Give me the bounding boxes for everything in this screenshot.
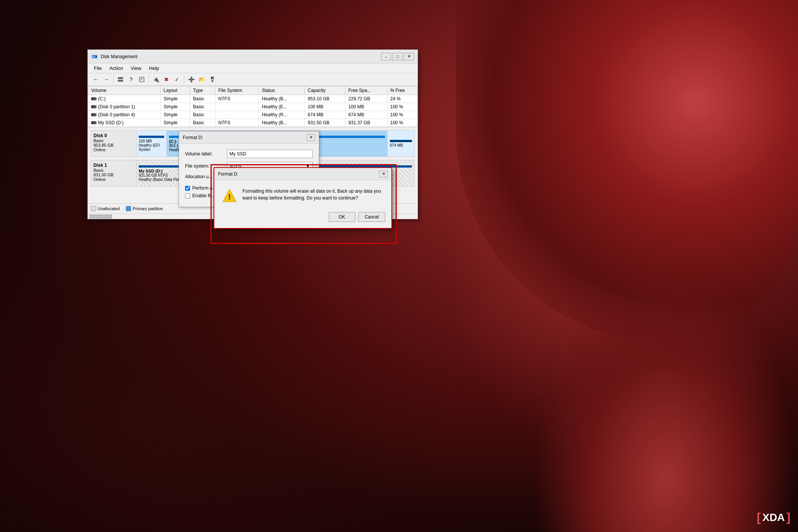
col-layout: Layout <box>160 86 190 95</box>
toolbar-sep-1 <box>113 76 114 83</box>
confirm-buttons: OK Cancel <box>214 209 391 228</box>
svg-rect-3 <box>118 77 123 79</box>
recovery-bar <box>390 140 412 142</box>
ok-button[interactable]: OK <box>329 212 355 222</box>
disk0-type: Basic <box>93 138 134 143</box>
toolbar: ← → ? 🔌 ✖ ✓ ➕ 📂 ⚧ <box>88 73 418 86</box>
forward-button[interactable]: → <box>101 75 111 84</box>
cancel-button[interactable]: Cancel <box>358 212 385 222</box>
legend-primary: Primary partition <box>126 206 163 211</box>
settings-button[interactable]: ⚧ <box>207 75 217 84</box>
col-status: Status <box>259 86 304 95</box>
connect-button[interactable]: 🔌 <box>151 75 161 84</box>
toolbar-sep-2 <box>149 76 149 83</box>
format-bg-close[interactable]: ✕ <box>307 134 315 141</box>
disk0-status: Online <box>93 147 134 152</box>
volume-label-input[interactable]: My SSD <box>227 150 313 158</box>
legend-primary-label: Primary partition <box>133 206 163 211</box>
format-bg-titlebar: Format D: ✕ <box>179 131 319 144</box>
format-confirm-title: Format D: <box>218 171 238 177</box>
menu-bar: File Action View Help <box>88 63 418 73</box>
menu-file[interactable]: File <box>91 64 105 72</box>
col-type: Type <box>190 86 215 95</box>
close-button[interactable]: ✕ <box>404 53 414 60</box>
refresh-button[interactable]: ✓ <box>172 75 182 84</box>
format-confirm-close[interactable]: ✕ <box>379 171 388 177</box>
perform-quick-checkbox[interactable] <box>185 186 190 191</box>
warning-icon: ! <box>222 188 237 203</box>
disk0-partition-recovery[interactable]: 674 MB <box>388 131 414 157</box>
col-pct-free: % Free <box>387 86 417 95</box>
xda-text: XDA <box>762 511 785 524</box>
disk-mgmt-titlebar: Disk Management – □ ✕ <box>88 50 418 63</box>
anime-character <box>456 0 798 532</box>
bracket-right: ] <box>786 510 790 524</box>
table-row[interactable]: (C:)SimpleBasicNTFSHealthy (B...953.10 G… <box>88 95 418 103</box>
menu-action[interactable]: Action <box>106 64 126 72</box>
svg-point-1 <box>95 56 97 57</box>
col-capacity: Capacity <box>304 86 345 95</box>
help-button[interactable]: ? <box>126 75 136 84</box>
efi-status: Healthy (EFI Systen <box>139 143 164 152</box>
disk0-size: 953.85 GB <box>93 143 134 147</box>
volume-table-container: Volume Layout Type File System Status Ca… <box>88 86 418 127</box>
format-confirm-dialog: Format D: ✕ ! Formatting this volume wil… <box>214 167 392 229</box>
disk1-size: 931.50 GB <box>93 173 134 177</box>
minimize-button[interactable]: – <box>381 53 391 60</box>
delete-button[interactable]: ✖ <box>162 75 171 84</box>
svg-rect-4 <box>118 80 123 82</box>
window-controls: – □ ✕ <box>381 53 414 60</box>
recovery-size: 674 MB <box>390 143 412 147</box>
back-button[interactable]: ← <box>91 75 101 84</box>
format-bg-title: Format D: <box>183 135 203 140</box>
confirm-body: ! Formatting this volume will erase all … <box>214 180 391 209</box>
enable-compression-checkbox[interactable] <box>185 193 190 198</box>
efi-size: 100 MB <box>139 139 164 143</box>
scrollbar-thumb[interactable] <box>89 215 112 218</box>
col-volume: Volume <box>88 86 161 95</box>
disk1-type: Basic <box>93 168 134 173</box>
col-fs: File System <box>215 86 259 95</box>
volume-label-field: Volume label: My SSD <box>185 150 313 158</box>
disk1-label: Disk 1 Basic 931.50 GB Online <box>91 160 136 187</box>
disk-mgmt-title: Disk Management <box>101 54 138 59</box>
legend-unallocated-color <box>91 206 96 211</box>
toolbar-sep-3 <box>184 76 184 83</box>
col-free: Free Spa... <box>345 86 387 95</box>
format-confirm-titlebar: Format D: ✕ <box>214 168 391 180</box>
disk1-name: Disk 1 <box>93 163 134 168</box>
svg-rect-2 <box>92 56 95 57</box>
add-button[interactable]: ➕ <box>186 75 196 84</box>
import-button[interactable]: 📂 <box>197 75 207 84</box>
menu-view[interactable]: View <box>128 64 144 72</box>
volume-table: Volume Layout Type File System Status Ca… <box>88 86 418 127</box>
efi-bar <box>139 136 164 138</box>
xda-logo: [ XDA ] <box>757 510 790 524</box>
disk1-status: Online <box>93 177 134 182</box>
confirm-message: Formatting this volume will erase all da… <box>242 188 384 201</box>
legend-unallocated: Unallocated <box>91 206 120 211</box>
bracket-left: [ <box>757 510 761 524</box>
properties-button[interactable] <box>137 75 147 84</box>
disk-view-button[interactable] <box>116 75 125 84</box>
volume-label-label: Volume label: <box>185 151 227 157</box>
disk0-partition-efi[interactable]: 100 MB Healthy (EFI Systen <box>136 131 167 157</box>
svg-text:!: ! <box>228 192 231 202</box>
enable-compression-label: Enable fil... <box>192 193 215 198</box>
table-row[interactable]: My SSD (D:)SimpleBasicNTFSHealthy (B...9… <box>88 119 418 127</box>
table-row[interactable]: (Disk 0 partition 1)SimpleBasicHealthy (… <box>88 103 418 111</box>
disk0-name: Disk 0 <box>93 133 134 138</box>
table-row[interactable]: (Disk 0 partition 4)SimpleBasicHealthy (… <box>88 111 418 119</box>
menu-help[interactable]: Help <box>146 64 162 72</box>
legend-primary-color <box>126 206 131 211</box>
titlebar-left: Disk Management <box>92 54 138 60</box>
legend-unallocated-label: Unallocated <box>98 206 120 211</box>
svg-rect-5 <box>139 77 144 82</box>
disk0-label: Disk 0 Basic 953.85 GB Online <box>91 130 136 157</box>
maximize-button[interactable]: □ <box>393 53 402 60</box>
disk-mgmt-icon <box>92 54 98 60</box>
